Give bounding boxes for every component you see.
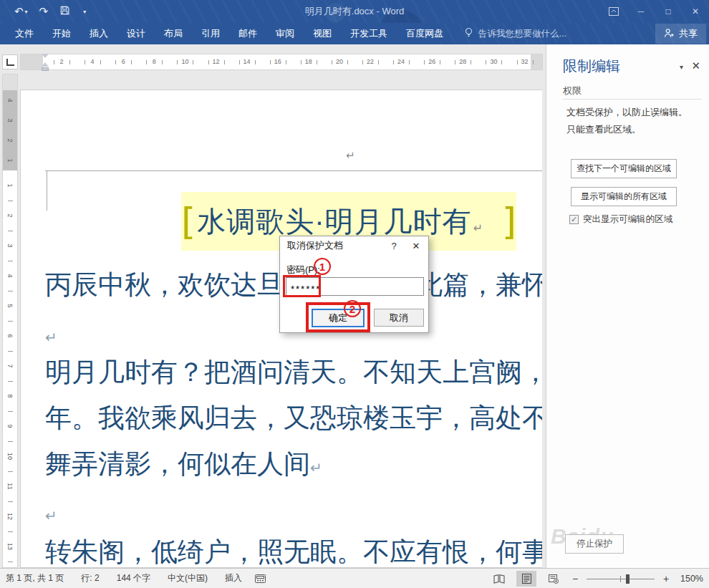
tell-me-text: 告诉我您想要做什么...	[478, 28, 566, 40]
tell-me-box[interactable]: 告诉我您想要做什么...	[464, 23, 566, 44]
save-button[interactable]	[54, 0, 76, 23]
web-layout-button[interactable]	[544, 571, 564, 587]
ruler-tick	[517, 60, 518, 64]
ruler-number: 8	[6, 394, 14, 397]
ruler-number: 14	[243, 58, 251, 65]
vertical-ruler-margin: 4321	[3, 90, 17, 170]
share-label: 共享	[679, 27, 698, 40]
ruler-number: 3	[6, 244, 14, 247]
print-layout-button[interactable]	[516, 571, 536, 587]
status-right: − + 150%	[489, 569, 703, 588]
word-window: ↶ ▾ ↷ ▾ 明月几时有.docx - Word ─ □ ✕	[0, 0, 709, 588]
qat-customize-button[interactable]: ▾	[76, 0, 92, 23]
ribbon-tab[interactable]: 开发工具	[341, 23, 397, 44]
ruler-number: 26	[428, 58, 435, 65]
ruler-number: 7	[6, 364, 14, 367]
ruler-tick	[8, 321, 13, 322]
ribbon-tab[interactable]: 邮件	[229, 23, 266, 44]
hanging-indent-marker[interactable]	[42, 62, 49, 67]
ruler-tick	[8, 261, 13, 261]
status-item[interactable]: 第 1 页, 共 1 页	[6, 572, 64, 584]
horizontal-ruler[interactable]: 2468101214161820222426283032	[20, 54, 543, 70]
ribbon-display-options-button[interactable]	[600, 0, 627, 23]
ruler-number: 13	[6, 543, 14, 550]
stop-protection-button[interactable]: 停止保护	[565, 534, 624, 554]
close-button[interactable]: ✕	[682, 0, 709, 23]
cancel-button[interactable]: 取消	[374, 309, 424, 327]
zoom-level[interactable]: 150%	[677, 574, 703, 584]
zoom-in-button[interactable]: +	[662, 573, 670, 584]
dialog-title: 取消保护文档	[280, 239, 384, 252]
ruler-tick	[131, 60, 132, 64]
minimize-button[interactable]: ─	[627, 0, 655, 23]
ribbon-tab[interactable]: 插入	[80, 23, 117, 44]
editable-region-close-bracket: ]	[502, 200, 516, 243]
ruler-number: 4	[6, 98, 14, 102]
ruler-tick	[239, 60, 240, 64]
ruler-tick	[317, 60, 317, 64]
ruler-tick	[440, 60, 440, 64]
ruler-tick	[115, 60, 116, 64]
find-next-editable-region-button[interactable]: 查找下一个可编辑的区域	[571, 159, 677, 178]
ribbon-tab[interactable]: 视图	[304, 23, 341, 44]
share-person-icon	[664, 28, 675, 40]
vertical-ruler[interactable]: 4321 12345678910111213	[2, 74, 18, 568]
ruler-number: 12	[212, 58, 219, 65]
document-text-line: 年。我欲乘风归去，又恐琼楼玉宇，高处不胜寒。起	[45, 403, 542, 434]
title-paragraph-mark: ↵	[473, 221, 483, 235]
ruler-tick	[8, 531, 13, 532]
ribbon-tab[interactable]: 开始	[43, 23, 80, 44]
ruler-number: 12	[6, 513, 14, 520]
ruler-tick	[208, 60, 209, 64]
ribbon-tab[interactable]: 审阅	[266, 23, 304, 44]
ruler-tick	[409, 60, 410, 64]
share-button[interactable]: 共享	[655, 24, 706, 44]
indent-markers[interactable]	[40, 54, 50, 72]
undo-button[interactable]: ↶ ▾	[9, 0, 34, 23]
ribbon-tab[interactable]: 百度网盘	[397, 23, 453, 44]
pane-menu-caret-icon[interactable]: ▾	[680, 63, 683, 71]
ribbon-tab[interactable]: 文件	[6, 23, 43, 44]
ruler-tick	[455, 60, 455, 64]
zoom-slider-handle[interactable]	[626, 574, 630, 584]
editable-region-open-bracket: [	[181, 200, 196, 243]
header-paragraph-mark: ↵	[346, 149, 355, 162]
tab-stop-selector[interactable]	[2, 54, 18, 69]
dialog-help-icon[interactable]: ?	[384, 241, 404, 251]
line-text: 舞弄清影，何似在人间	[45, 449, 310, 478]
ruler-tick	[347, 60, 348, 64]
maximize-button[interactable]: □	[655, 0, 682, 23]
show-all-editable-regions-button[interactable]: 显示可编辑的所有区域	[571, 187, 677, 206]
paragraph-mark-icon: ↵	[45, 329, 57, 345]
status-item[interactable]: 144 个字	[117, 572, 150, 584]
ribbon-tab[interactable]: 引用	[192, 23, 229, 44]
zoom-out-button[interactable]: −	[571, 573, 579, 584]
ruler-number: 1	[6, 183, 14, 187]
ruler-number: 24	[397, 58, 405, 65]
ruler-number: 2	[59, 58, 63, 65]
pane-close-icon[interactable]: ✕	[691, 59, 700, 72]
divider	[563, 99, 702, 100]
ruler-tick	[8, 231, 13, 231]
zoom-slider[interactable]	[587, 572, 655, 586]
ribbon-tab-row: 文件开始插入设计布局引用邮件审阅视图开发工具百度网盘 告诉我您想要做什么... …	[0, 23, 709, 44]
status-item[interactable]: 行: 2	[81, 572, 99, 584]
ruler-tick	[8, 562, 13, 562]
first-line-indent-marker[interactable]	[42, 54, 49, 58]
qat-menu-caret-icon: ▾	[83, 9, 86, 15]
ribbon-tab[interactable]: 布局	[155, 23, 192, 44]
document-text-line: 明月几时有？把酒问清天。不知天上宫阙，今夕是何	[45, 357, 542, 388]
status-item[interactable]: 插入	[225, 572, 242, 584]
ruler-number: 1	[6, 158, 14, 162]
macro-record-icon[interactable]	[255, 574, 266, 583]
redo-button[interactable]: ↷	[34, 0, 54, 23]
status-item[interactable]: 中文(中国)	[168, 572, 208, 584]
dialog-close-icon[interactable]: ✕	[404, 241, 428, 251]
ruler-tick	[54, 60, 54, 64]
unprotect-document-dialog: 取消保护文档 ? ✕ 密码(P): 确定 取消 1 2	[279, 236, 429, 333]
highlight-regions-checkbox[interactable]: ✓	[569, 215, 579, 224]
read-mode-button[interactable]	[489, 571, 509, 587]
ribbon-tab[interactable]: 设计	[117, 23, 155, 44]
left-indent-marker[interactable]	[42, 67, 49, 71]
ruler-tick	[471, 60, 471, 64]
